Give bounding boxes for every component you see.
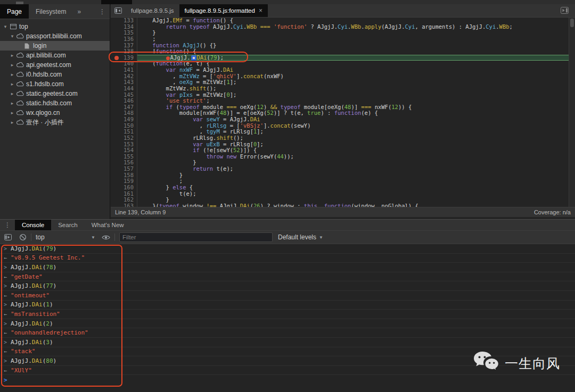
result-arrow-icon: ← [4, 348, 7, 354]
tree-item-item[interactable]: ▸壹伴 · 小插件 [0, 118, 110, 127]
navigator-sidebar: PageFilesystem » ⋮ ▾top▾passport.bilibil… [0, 4, 110, 219]
tree-item-api-bilibili-com[interactable]: ▸api.bilibili.com [0, 51, 110, 60]
line-number[interactable]: 154 [111, 147, 137, 154]
cloud-icon [15, 120, 24, 125]
console-result-row[interactable]: ←"getDate" [0, 272, 575, 282]
line-number[interactable]: 157 [111, 166, 137, 172]
devtools-window: PageFilesystem » ⋮ ▾top▾passport.bilibil… [0, 0, 575, 392]
close-tab-icon[interactable]: × [259, 7, 262, 14]
console-input-row[interactable]: >AJgjJ.DAi(3) [0, 338, 575, 347]
sidebar-tab-filesystem[interactable]: Filesystem [29, 4, 73, 19]
code-text: return t(e); [137, 166, 569, 172]
navigator-menu-icon[interactable]: ⋮ [95, 4, 110, 19]
console-result-value: "XUlY" [11, 367, 32, 374]
expander-icon[interactable]: ▸ [9, 120, 15, 125]
chevron-down-icon: ▼ [91, 235, 95, 240]
expander-icon[interactable]: ▾ [9, 34, 15, 39]
execution-context-selector[interactable]: top ▼ [36, 233, 95, 241]
console-input-expression: AJgjJ.DAi(79) [11, 245, 56, 252]
console-input-expression: AJgjJ.DAi(78) [11, 264, 56, 271]
show-debugger-sidebar-icon[interactable] [557, 7, 572, 14]
drawer-tab-console[interactable]: Console [15, 220, 51, 230]
console-input-row[interactable]: >AJgjJ.DAi(78) [0, 263, 575, 272]
tree-item-i0-hdslb-com[interactable]: ▸i0.hdslb.com [0, 70, 110, 79]
tree-item-s1-hdslb-com[interactable]: ▸s1.hdslb.com [0, 79, 110, 89]
input-chevron-icon: > [4, 246, 7, 252]
clear-console-icon[interactable] [19, 233, 27, 241]
editor-scrollbar-thumb[interactable] [570, 19, 574, 27]
console-input-row[interactable]: >AJgjJ.DAi(2) [0, 319, 575, 329]
console-result-row[interactable]: ←"ontimeout" [0, 291, 575, 301]
cloud-icon [15, 81, 24, 87]
tree-item-static-geetest-com[interactable]: ▸static.geetest.com [0, 89, 110, 98]
tree-item-passport-bilibili-com[interactable]: ▾passport.bilibili.com [0, 31, 110, 41]
line-number[interactable]: 136 [111, 36, 137, 43]
tree-item-top[interactable]: ▾top [0, 22, 110, 31]
console-input-row[interactable]: >AJgjJ.DAi(79) [0, 244, 575, 254]
drawer-menu-icon[interactable]: ⋮ [0, 220, 15, 230]
line-number[interactable]: 141 [111, 67, 137, 73]
console-toolbar: top ▼ Default levels ▼ [0, 231, 575, 244]
console-sidebar-toggle-icon[interactable] [4, 234, 12, 240]
console-result-row[interactable]: ←"msTransition" [0, 310, 575, 319]
expander-icon[interactable]: ▸ [9, 91, 15, 96]
console-input-row[interactable]: >AJgjJ.DAi(77) [0, 281, 575, 291]
log-levels-label: Default levels [278, 233, 316, 241]
sidebar-tab-page[interactable]: Page [0, 4, 29, 19]
tree-item-static-hdslb-com[interactable]: ▸static.hdslb.com [0, 98, 110, 108]
console-result-row[interactable]: ←"onunhandledrejection" [0, 328, 575, 338]
editor-tab-fullpage-8-9-5-js[interactable]: fullpage.8.9.5.js [126, 4, 179, 17]
cloud-icon [15, 101, 24, 106]
console-filter-input[interactable] [119, 232, 273, 242]
expander-icon[interactable]: ▾ [2, 24, 9, 29]
tree-item-label: 壹伴 · 小插件 [24, 118, 64, 127]
wechat-logo-icon [473, 351, 500, 376]
cursor-position-label: Line 139, Column 9 [115, 209, 166, 215]
line-number[interactable]: 149 [111, 116, 137, 123]
tab-overflow-icon[interactable]: » [73, 4, 85, 19]
expander-icon[interactable]: ▸ [9, 110, 15, 115]
tree-item-wx-qlogo-cn[interactable]: ▸wx.qlogo.cn [0, 108, 110, 118]
expander-icon[interactable]: ▸ [9, 101, 15, 106]
input-chevron-icon: > [4, 264, 7, 270]
hide-navigator-icon[interactable] [111, 4, 126, 17]
code-text: } [137, 172, 569, 179]
result-arrow-icon: ← [4, 311, 7, 317]
breakpoint-icon[interactable] [114, 56, 119, 60]
tree-item-label: login [31, 42, 46, 49]
editor-scrollbar[interactable] [569, 18, 575, 207]
drawer-tab-search[interactable]: Search [51, 220, 84, 230]
line-number[interactable]: 152 [111, 135, 137, 141]
code-line-161[interactable]: 161 t(e); [111, 191, 569, 197]
cloud-icon [15, 53, 24, 58]
line-number[interactable]: 133 [111, 18, 137, 24]
console-result-row[interactable]: ←"v8.9.5 Geetest Inc." [0, 254, 575, 263]
drawer-tab-what-s-new[interactable]: What's New [85, 220, 131, 230]
log-levels-selector[interactable]: Default levels ▼ [278, 233, 323, 241]
console-input-row[interactable]: >AJgjJ.DAi(1) [0, 301, 575, 310]
file-icon [22, 43, 31, 49]
code-text: t(e); [137, 191, 569, 197]
console-result-value: "msTransition" [11, 311, 60, 318]
code-editor[interactable]: 133 AJgjJ.EMf = function() {134 return t… [111, 18, 569, 207]
line-number[interactable]: 146 [111, 98, 137, 104]
code-line-134[interactable]: 134 return typeof AJgjJ.Cyi.WBb === 'fun… [111, 24, 569, 30]
expander-icon[interactable]: ▸ [9, 62, 15, 68]
expander-icon[interactable]: ▸ [9, 81, 15, 87]
code-line-135[interactable]: 135 } [111, 30, 569, 36]
line-number[interactable]: 162 [111, 197, 137, 203]
console-result-value: "stack" [11, 348, 35, 355]
editor-tab-fullpage-8-9-5-js-formatted[interactable]: fullpage.8.9.5.js:formatted× [179, 4, 268, 17]
tree-item-label: api.geetest.com [24, 61, 71, 69]
expander-icon[interactable]: ▸ [9, 53, 15, 58]
line-number[interactable]: 160 [111, 185, 137, 191]
line-number[interactable]: 144 [111, 86, 137, 92]
tree-item-api-geetest-com[interactable]: ▸api.geetest.com [0, 60, 110, 70]
console-result-value: "onunhandledrejection" [11, 329, 88, 336]
console-result-value: "v8.9.5 Geetest Inc." [11, 254, 85, 261]
live-expression-eye-icon[interactable] [102, 235, 110, 240]
line-number[interactable]: 138 [111, 48, 137, 55]
expander-icon[interactable]: ▸ [9, 72, 15, 77]
console-prompt-row[interactable]: > [0, 375, 575, 385]
tree-item-login[interactable]: login [0, 41, 110, 51]
